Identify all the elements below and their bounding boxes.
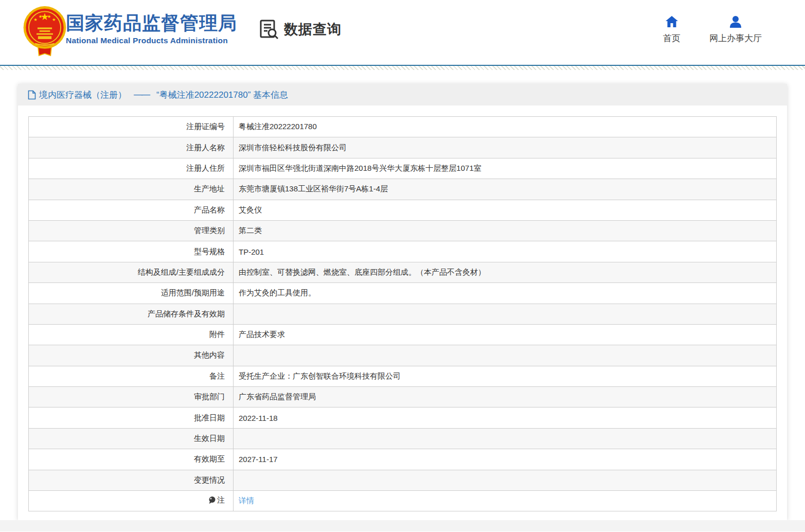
data-query-section[interactable]: 数据查询 (259, 19, 342, 40)
nav-item-home[interactable]: 首页 (663, 15, 681, 44)
table-row: 批准日期 2022-11-18 (29, 407, 777, 428)
row-label: 生效日期 (29, 428, 234, 449)
main-content: 境内医疗器械（注册） —— “粤械注准20222201780” 基本信息 注册证… (0, 70, 805, 520)
site-header: ★ ★ ★ ★ ★ 国家药品监督管理局 National Medical Pro… (0, 0, 805, 65)
table-row: 管理类别 第二类 (29, 220, 777, 241)
row-value: 作为艾灸的工具使用。 (234, 283, 777, 304)
registration-info-table: 注册证编号 粤械注准20222201780 注册人名称 深圳市倍轻松科技股份有限… (28, 116, 777, 511)
note-label-text: 注 (217, 495, 225, 505)
breadcrumb: 境内医疗器械（注册） —— “粤械注准20222201780” 基本信息 (18, 84, 787, 105)
user-icon (729, 15, 742, 28)
table-row: 附件 产品技术要求 (29, 324, 777, 345)
nav-item-service-hall[interactable]: 网上办事大厅 (709, 15, 762, 44)
row-label: 变更情况 (29, 470, 234, 490)
svg-text:★: ★ (33, 17, 38, 22)
row-label-note: 注 (29, 491, 234, 511)
row-value: 第二类 (234, 220, 777, 241)
row-value: 2022-11-18 (234, 407, 777, 428)
row-label: 产品名称 (29, 200, 234, 220)
breadcrumb-category[interactable]: 境内医疗器械（注册） (39, 89, 127, 101)
registration-card: 境内医疗器械（注册） —— “粤械注准20222201780” 基本信息 注册证… (18, 84, 787, 520)
row-label: 适用范围/预期用途 (29, 283, 234, 304)
table-row: 有效期至 2027-11-17 (29, 449, 777, 470)
row-value: TP-201 (234, 241, 777, 262)
row-value (234, 345, 777, 366)
table-row: 变更情况 (29, 470, 777, 490)
row-label: 型号规格 (29, 241, 234, 262)
breadcrumb-separator: —— (134, 90, 149, 100)
document-icon (28, 90, 36, 100)
table-row: 审批部门 广东省药品监督管理局 (29, 387, 777, 407)
brand-text: 国家药品监督管理局 National Medical Products Admi… (66, 12, 237, 45)
row-label: 附件 (29, 324, 234, 345)
lightbulb-icon (208, 496, 216, 505)
row-label: 审批部门 (29, 387, 234, 407)
row-label: 结构及组成/主要组成成分 (29, 262, 234, 282)
row-value-note: 详情 (234, 491, 777, 511)
document-search-icon (259, 19, 279, 40)
national-emblem-logo: ★ ★ ★ ★ ★ (21, 5, 69, 59)
table-row-note: 注 详情 (29, 491, 777, 511)
row-value (234, 470, 777, 490)
row-label: 生产地址 (29, 179, 234, 200)
row-value: 2027-11-17 (234, 449, 777, 470)
row-label: 注册人名称 (29, 137, 234, 158)
table-row: 其他内容 (29, 345, 777, 366)
row-value: 产品技术要求 (234, 324, 777, 345)
table-row: 型号规格 TP-201 (29, 241, 777, 262)
table-row: 结构及组成/主要组成成分 由控制室、可替换滤网、燃烧室、底座四部分组成。（本产品… (29, 262, 777, 282)
table-row: 产品名称 艾灸仪 (29, 200, 777, 220)
nav-label-service-hall: 网上办事大厅 (709, 32, 762, 44)
national-emblem-icon: ★ ★ ★ ★ ★ (21, 5, 69, 57)
svg-text:★: ★ (52, 17, 56, 22)
row-label: 有效期至 (29, 449, 234, 470)
table-row: 产品储存条件及有效期 (29, 304, 777, 324)
row-value: 艾灸仪 (234, 200, 777, 220)
row-label: 其他内容 (29, 345, 234, 366)
row-value: 粤械注准20222201780 (234, 117, 777, 137)
row-label: 管理类别 (29, 220, 234, 241)
row-value: 东莞市塘厦镇138工业区裕华街7号A栋1-4层 (234, 179, 777, 200)
row-label: 备注 (29, 366, 234, 386)
site-title: 国家药品监督管理局 (66, 12, 237, 33)
svg-text:★: ★ (39, 14, 43, 19)
row-value: 深圳市福田区华强北街道深南中路2018号兴华大厦东栋十层整层1071室 (234, 158, 777, 179)
row-label: 注册证编号 (29, 117, 234, 137)
table-row: 注册证编号 粤械注准20222201780 (29, 117, 777, 137)
detail-link[interactable]: 详情 (239, 496, 254, 505)
table-row: 注册人名称 深圳市倍轻松科技股份有限公司 (29, 137, 777, 158)
page-footer-strip (0, 520, 805, 531)
breadcrumb-detail: “粤械注准20222201780” 基本信息 (156, 89, 288, 101)
row-value: 深圳市倍轻松科技股份有限公司 (234, 137, 777, 158)
row-label: 产品储存条件及有效期 (29, 304, 234, 324)
table-row: 注册人住所 深圳市福田区华强北街道深南中路2018号兴华大厦东栋十层整层1071… (29, 158, 777, 179)
header-divider (0, 65, 805, 70)
nav-label-home: 首页 (663, 32, 681, 44)
row-label: 注册人住所 (29, 158, 234, 179)
table-row: 生产地址 东莞市塘厦镇138工业区裕华街7号A栋1-4层 (29, 179, 777, 200)
card-body: 注册证编号 粤械注准20222201780 注册人名称 深圳市倍轻松科技股份有限… (18, 105, 787, 520)
row-value (234, 304, 777, 324)
site-subtitle: National Medical Products Administration (66, 36, 237, 45)
row-value: 广东省药品监督管理局 (234, 387, 777, 407)
home-icon (665, 15, 678, 28)
svg-text:★: ★ (47, 14, 51, 19)
table-row: 备注 受托生产企业：广东创智联合环境科技有限公司 (29, 366, 777, 386)
row-value: 受托生产企业：广东创智联合环境科技有限公司 (234, 366, 777, 386)
row-label: 批准日期 (29, 407, 234, 428)
table-row: 适用范围/预期用途 作为艾灸的工具使用。 (29, 283, 777, 304)
table-row: 生效日期 (29, 428, 777, 449)
row-value: 由控制室、可替换滤网、燃烧室、底座四部分组成。（本产品不含灸材） (234, 262, 777, 282)
header-nav: 首页 网上办事大厅 (663, 15, 762, 44)
row-value (234, 428, 777, 449)
data-query-label: 数据查询 (284, 20, 342, 39)
